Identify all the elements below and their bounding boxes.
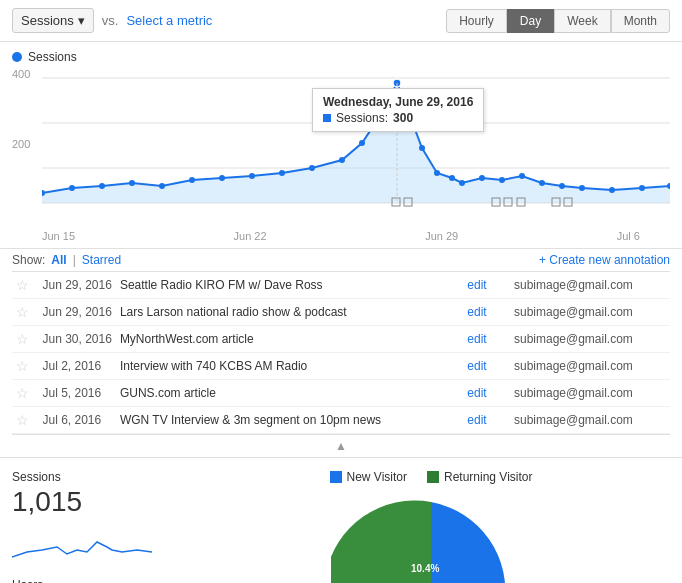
tooltip-number: 300	[393, 111, 413, 125]
svg-point-19	[419, 145, 425, 151]
edit-link[interactable]: edit	[459, 332, 494, 346]
svg-point-20	[434, 170, 440, 176]
y-label-400: 400	[12, 68, 30, 80]
show-starred-link[interactable]: Starred	[82, 253, 121, 267]
star-icon[interactable]: ☆	[16, 304, 29, 320]
star-icon[interactable]: ☆	[16, 385, 29, 401]
svg-point-6	[99, 183, 105, 189]
edit-link[interactable]: edit	[459, 413, 494, 427]
returning-visitor-legend: Returning Visitor	[427, 470, 533, 484]
svg-point-22	[459, 180, 465, 186]
week-button[interactable]: Week	[554, 9, 610, 33]
donut-column: New Visitor Returning Visitor 89.6% 10.4…	[192, 470, 670, 583]
annotation-desc: Lars Larson national radio show & podcas…	[116, 299, 455, 326]
annotation-email: subimage@gmail.com	[510, 353, 670, 380]
sessions-metric-value: 1,015	[12, 486, 172, 518]
day-button[interactable]: Day	[507, 9, 554, 33]
expand-annotations-button[interactable]: ▲	[12, 434, 670, 457]
metrics-column: Sessions 1,015 Users 909	[12, 470, 172, 583]
svg-point-8	[159, 183, 165, 189]
show-bar-left: Show: All | Starred	[12, 253, 121, 267]
x-label-jun29: Jun 29	[425, 230, 458, 242]
annotation-row: ☆ Jun 30, 2016 MyNorthWest.com article e…	[12, 326, 670, 353]
svg-point-14	[339, 157, 345, 163]
svg-point-13	[309, 165, 315, 171]
bottom-section: Sessions 1,015 Users 909 New Visitor	[0, 457, 682, 583]
edit-link[interactable]: edit	[459, 305, 494, 319]
show-label: Show:	[12, 253, 45, 267]
x-axis: Jun 15 Jun 22 Jun 29 Jul 6	[12, 228, 670, 248]
annotation-email: subimage@gmail.com	[510, 272, 670, 299]
edit-link[interactable]: edit	[459, 386, 494, 400]
star-cell[interactable]: ☆	[12, 299, 38, 326]
edit-cell[interactable]: edit	[455, 407, 510, 434]
svg-point-5	[69, 185, 75, 191]
star-icon[interactable]: ☆	[16, 358, 29, 374]
edit-cell[interactable]: edit	[455, 272, 510, 299]
new-visitor-swatch	[330, 471, 342, 483]
edit-cell[interactable]: edit	[455, 326, 510, 353]
x-label-jul6: Jul 6	[617, 230, 640, 242]
svg-point-30	[639, 185, 645, 191]
sessions-metric-name: Sessions	[12, 470, 172, 484]
month-button[interactable]: Month	[611, 9, 670, 33]
annotation-row: ☆ Jul 2, 2016 Interview with 740 KCBS AM…	[12, 353, 670, 380]
star-icon[interactable]: ☆	[16, 331, 29, 347]
create-annotation-link[interactable]: + Create new annotation	[539, 253, 670, 267]
hourly-button[interactable]: Hourly	[446, 9, 507, 33]
edit-link[interactable]: edit	[459, 278, 494, 292]
edit-cell[interactable]: edit	[455, 380, 510, 407]
y-axis: 400 200	[12, 68, 30, 208]
y-label-200: 200	[12, 138, 30, 150]
svg-point-12	[279, 170, 285, 176]
annotation-desc: Interview with 740 KCBS AM Radio	[116, 353, 455, 380]
show-all-link[interactable]: All	[51, 253, 66, 267]
annotations-section: Show: All | Starred + Create new annotat…	[0, 248, 682, 457]
chart-wrapper: 400 200	[12, 68, 670, 228]
divider: |	[73, 253, 76, 267]
star-icon[interactable]: ☆	[16, 277, 29, 293]
annotation-row: ☆ Jul 6, 2016 WGN TV Interview & 3m segm…	[12, 407, 670, 434]
star-cell[interactable]: ☆	[12, 380, 38, 407]
annotation-desc: MyNorthWest.com article	[116, 326, 455, 353]
top-bar: Sessions ▾ vs. Select a metric Hourly Da…	[0, 0, 682, 42]
tooltip-square-icon	[323, 114, 331, 122]
annotation-date: Jul 2, 2016	[38, 353, 115, 380]
dropdown-arrow-icon: ▾	[78, 13, 85, 28]
star-cell[interactable]: ☆	[12, 353, 38, 380]
annotation-row: ☆ Jun 29, 2016 Seattle Radio KIRO FM w/ …	[12, 272, 670, 299]
users-metric-name: Users	[12, 578, 172, 583]
annotation-date: Jul 5, 2016	[38, 380, 115, 407]
annotation-desc: WGN TV Interview & 3m segment on 10pm ne…	[116, 407, 455, 434]
chart-area: Sessions 400 200	[0, 42, 682, 248]
pie-chart: 89.6% 10.4%	[331, 492, 531, 583]
returning-visitor-swatch	[427, 471, 439, 483]
sessions-mini-chart	[12, 522, 172, 562]
tooltip-date: Wednesday, June 29, 2016	[323, 95, 473, 109]
new-visitor-label: New Visitor	[347, 470, 407, 484]
annotation-date: Jun 29, 2016	[38, 299, 115, 326]
star-cell[interactable]: ☆	[12, 272, 38, 299]
edit-cell[interactable]: edit	[455, 299, 510, 326]
svg-point-26	[539, 180, 545, 186]
sessions-legend-label: Sessions	[28, 50, 77, 64]
time-buttons: Hourly Day Week Month	[446, 9, 670, 33]
select-metric-link[interactable]: Select a metric	[126, 13, 212, 28]
donut-legend: New Visitor Returning Visitor	[330, 470, 533, 484]
edit-cell[interactable]: edit	[455, 353, 510, 380]
annotation-row: ☆ Jun 29, 2016 Lars Larson national radi…	[12, 299, 670, 326]
svg-point-9	[189, 177, 195, 183]
sessions-legend-dot	[12, 52, 22, 62]
star-icon[interactable]: ☆	[16, 412, 29, 428]
left-controls: Sessions ▾ vs. Select a metric	[12, 8, 212, 33]
edit-link[interactable]: edit	[459, 359, 494, 373]
svg-point-28	[579, 185, 585, 191]
star-cell[interactable]: ☆	[12, 326, 38, 353]
svg-point-25	[519, 173, 525, 179]
annotation-row: ☆ Jul 5, 2016 GUNS.com article edit subi…	[12, 380, 670, 407]
tooltip-label: Sessions:	[336, 111, 388, 125]
metric-dropdown[interactable]: Sessions ▾	[12, 8, 94, 33]
svg-point-7	[129, 180, 135, 186]
star-cell[interactable]: ☆	[12, 407, 38, 434]
returning-visitor-label: Returning Visitor	[444, 470, 533, 484]
